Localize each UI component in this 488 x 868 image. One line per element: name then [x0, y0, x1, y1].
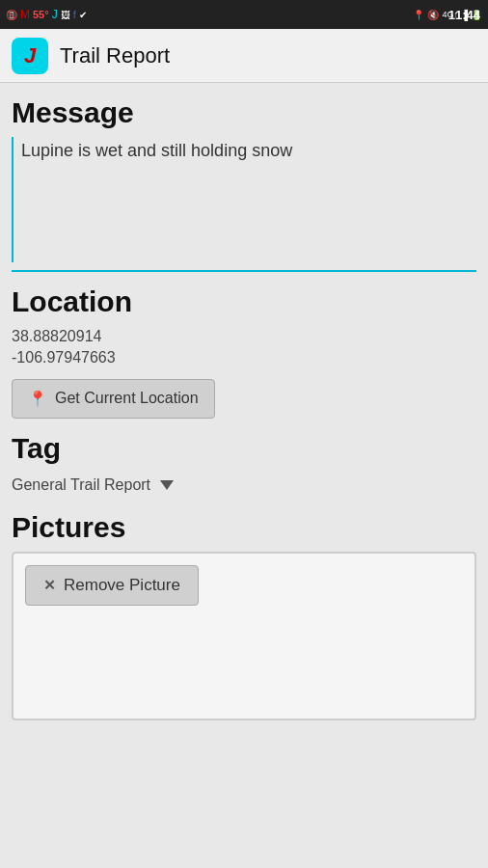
- pictures-section-label: Pictures: [12, 511, 476, 544]
- app-bar: J Trail Report: [0, 29, 488, 83]
- tag-dropdown[interactable]: General Trail Report: [12, 473, 476, 498]
- tag-section-label: Tag: [12, 432, 476, 465]
- mute-icon: 🔇: [427, 10, 439, 20]
- location-coordinates: 38.88820914 -106.97947663: [12, 326, 476, 369]
- message-underline: [12, 270, 476, 272]
- message-section: Message: [12, 96, 476, 272]
- status-icons-left: 📵 M 55° J 🖼 f ✔: [6, 8, 87, 21]
- pictures-section: Pictures ✕ Remove Picture: [12, 511, 476, 720]
- longitude: -106.97947663: [12, 347, 476, 368]
- main-content: Message Location 38.88820914 -106.979476…: [0, 83, 488, 868]
- image-icon: 🖼: [61, 10, 70, 20]
- status-bar: 📵 M 55° J 🖼 f ✔ 📍 🔇 4G↑ ▐ 🔋 11:44: [0, 0, 488, 29]
- location-icon: 📍: [413, 10, 424, 20]
- x-icon: ✕: [43, 577, 56, 594]
- wifi-icon: 📵: [6, 10, 17, 20]
- status-time: 11:44: [448, 8, 480, 22]
- pin-icon: 📍: [28, 390, 47, 408]
- tag-section: Tag General Trail Report: [12, 432, 476, 498]
- get-location-button[interactable]: 📍 Get Current Location: [12, 379, 215, 419]
- remove-picture-label: Remove Picture: [64, 576, 180, 595]
- pictures-box: ✕ Remove Picture: [12, 552, 476, 720]
- facebook-icon: f: [73, 9, 76, 20]
- app-logo: J: [12, 38, 48, 74]
- location-section: Location 38.88820914 -106.97947663 📍 Get…: [12, 285, 476, 419]
- remove-picture-button[interactable]: ✕ Remove Picture: [25, 565, 199, 606]
- message-input[interactable]: [12, 137, 476, 262]
- get-location-label: Get Current Location: [55, 390, 199, 407]
- j-app-icon: J: [52, 8, 58, 21]
- message-section-label: Message: [12, 96, 476, 129]
- dropdown-arrow-icon: [160, 480, 174, 490]
- app-bar-title: Trail Report: [60, 43, 170, 68]
- latitude: 38.88820914: [12, 326, 476, 347]
- app-logo-letter: J: [24, 43, 36, 68]
- tag-selected-value: General Trail Report: [12, 476, 150, 494]
- temperature-label: 55°: [33, 9, 49, 20]
- location-section-label: Location: [12, 285, 476, 318]
- gmail-icon: M: [20, 8, 30, 21]
- check-icon: ✔: [79, 10, 87, 20]
